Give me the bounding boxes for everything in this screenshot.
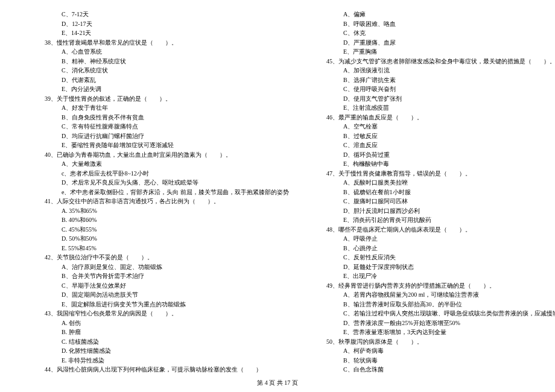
text-line: 42、关节脱位治疗中不妥的是（ ）。 bbox=[36, 253, 289, 262]
text-line: D. 50%和50% bbox=[36, 234, 289, 244]
right-column: A、偏瘫B、呼吸困难、咯血C、休克D、严重腰痛、血尿E、严重胸痛45、为减少支气… bbox=[318, 10, 555, 375]
text-line: D、循环负荷过重 bbox=[318, 150, 555, 160]
text-line: A、呼吸停止 bbox=[318, 234, 555, 244]
text-line: B、硫糖铝在餐前1小时服 bbox=[318, 188, 555, 197]
text-line: B. 40%和60% bbox=[36, 215, 289, 225]
text-line: 46、最严重的输血反应是（ ）。 bbox=[318, 113, 555, 122]
text-line: E、内分泌失调 bbox=[36, 84, 289, 94]
text-line: D、延髓处于深度抑制状态 bbox=[318, 262, 555, 272]
text-line: A、好发于青壮年 bbox=[36, 103, 289, 113]
text-line: B. 肿瘤 bbox=[36, 327, 289, 337]
text-line: D、营养液浓度一般由25%开始逐渐增至50% bbox=[318, 318, 555, 328]
text-line: 45、为减少支气管扩张患者肺部继发感染和全身中毒症状，最关键的措施是（ ）。 bbox=[318, 57, 555, 66]
text-line: D、代谢紊乱 bbox=[36, 75, 289, 85]
text-line: c、患者术后应去枕平卧8~12小时 bbox=[36, 169, 289, 179]
text-line: B、心跳停止 bbox=[318, 244, 555, 253]
text-line: B、合并关节内骨折需手术治疗 bbox=[36, 271, 289, 281]
text-line: 44、风湿性心脏病病人出现下列何种临床征象，可提示脑动脉栓塞的发生（ ） bbox=[36, 365, 289, 375]
text-line: 43、我国缩窄性心包炎最常见的病因是（ ）。 bbox=[36, 309, 289, 318]
text-line: C、溶血反应 bbox=[318, 141, 555, 150]
text-line: D、严重腰痛、血尿 bbox=[318, 38, 555, 48]
text-line: A、治疗原则是复位、固定、功能锻炼 bbox=[36, 262, 289, 272]
text-line: C. 45%和55% bbox=[36, 225, 289, 235]
text-line: D. 化脓性细菌感染 bbox=[36, 346, 289, 356]
text-line: 38、慢性肾衰竭最早和最常见的症状是（ ）。 bbox=[36, 38, 289, 48]
text-line: A、空气栓塞 bbox=[318, 122, 555, 131]
text-line: B、精神、神经系统症状 bbox=[36, 57, 289, 66]
text-line: 49、经鼻胃管进行肠内营养支持的护理措施正确的是（ ）。 bbox=[318, 281, 555, 291]
text-line: A. 创伤 bbox=[36, 318, 289, 328]
text-line: D、使用支气管扩张剂 bbox=[318, 94, 555, 104]
text-line: E、固定解除后进行病变关节为重点的功能锻炼 bbox=[36, 300, 289, 309]
text-line: 50、秋季腹泻的病原体是（ ）。 bbox=[318, 337, 555, 347]
text-line: A、柯萨奇病毒 bbox=[318, 346, 555, 356]
text-line: E、营养液量逐渐增加，3天内达到全量 bbox=[318, 327, 555, 337]
text-line: 48、哪些不是临床死亡期病人的临床表现是（ ）。 bbox=[318, 225, 555, 235]
text-line: E、枸橼酸钠中毒 bbox=[318, 159, 555, 169]
text-line: B、呼吸困难、咯血 bbox=[318, 19, 555, 29]
text-line: C. 结核菌感染 bbox=[36, 337, 289, 347]
text-line: B、过敏反应 bbox=[318, 131, 555, 141]
text-line: C、白色念珠菌 bbox=[318, 365, 555, 375]
text-line: B、选择广谱抗生素 bbox=[318, 75, 555, 85]
text-line: 47、关于慢性胃炎健康教育指导，错误的是（ ）。 bbox=[318, 169, 555, 179]
text-line: 40、已确诊为青春期功血，大量出血止血时宜采用的激素为（ ）。 bbox=[36, 150, 289, 160]
left-column: C、7-12天D、12-17天E、14-21天38、慢性肾衰竭最早和最常见的症状… bbox=[36, 10, 289, 375]
text-line: 39、关于慢性胃炎的叙述，正确的是（ ）。 bbox=[36, 94, 289, 104]
content-columns: C、7-12天D、12-17天E、14-21天38、慢性肾衰竭最早和最常见的症状… bbox=[36, 10, 519, 375]
text-line: D、胆汁反流时口服西沙必利 bbox=[318, 206, 555, 216]
text-line: D、12-17天 bbox=[36, 19, 289, 29]
text-line: 41、人际交往中的语言和非语言沟通技巧，各占比例为（ ）。 bbox=[36, 197, 289, 206]
text-line: E、出现尸冷 bbox=[318, 271, 555, 281]
text-line: B、输注营养液时应取头部抬高30。的半卧位 bbox=[318, 300, 555, 309]
text-line: E、注射流感疫苗 bbox=[318, 103, 555, 113]
text-line: C、若输注过程中病人突然出现咳嗽、呼吸急促或咳出类似营养液的痰，应减慢输注速度 bbox=[318, 309, 555, 318]
text-line: E、14-21天 bbox=[36, 28, 289, 38]
text-line: C、消化系统症状 bbox=[36, 66, 289, 75]
text-line: A、加强痰液引流 bbox=[318, 66, 555, 75]
text-line: C、常有特征性腹疼腹痛特点 bbox=[36, 122, 289, 131]
text-line: A、偏瘫 bbox=[318, 10, 555, 19]
text-line: e、术中患者采取侧卧位，背部齐床沿，头向 前屈，膝关节屈曲，双手抱紧膝部的姿势 bbox=[36, 188, 289, 197]
text-line: A、若胃内容物残留量为200 ml，可继续输注营养液 bbox=[318, 290, 555, 300]
text-line: A、大量雌激素 bbox=[36, 159, 289, 169]
text-line: A、反酸时口服奥美拉唑 bbox=[318, 178, 555, 188]
text-line: D、均应进行抗幽门螺杆菌治疗 bbox=[36, 131, 289, 141]
text-line: C、早期手法复位效果好 bbox=[36, 281, 289, 291]
text-line: E、萎缩性胃炎随年龄增加症状可逐渐减轻 bbox=[36, 141, 289, 150]
text-line: B、自身免疫性胃炎不伴有贫血 bbox=[36, 113, 289, 122]
text-line: C、腹痛时口服阿司匹林 bbox=[318, 197, 555, 206]
text-line: E. 非特异性感染 bbox=[36, 356, 289, 365]
text-line: A. 35%和65% bbox=[36, 206, 289, 216]
page-footer: 第 4 页 共 17 页 bbox=[0, 379, 555, 387]
text-line: B、轮状病毒 bbox=[318, 356, 555, 365]
text-line: A、心血管系统 bbox=[36, 47, 289, 57]
text-line: D、术后常见不良反应为头痛、恶心、呕吐或眩晕等 bbox=[36, 178, 289, 188]
text-line: E、消炎药引起的胃炎可用抗酸药 bbox=[318, 215, 555, 225]
text-line: C、休克 bbox=[318, 28, 555, 38]
text-line: D、固定期间勿活动患肢关节 bbox=[36, 290, 289, 300]
text-line: E、严重胸痛 bbox=[318, 47, 555, 57]
text-line: C、反射性反应消失 bbox=[318, 253, 555, 262]
text-line: C、使用呼吸兴奋剂 bbox=[318, 84, 555, 94]
text-line: C、7-12天 bbox=[36, 10, 289, 19]
text-line: E. 55%和45% bbox=[36, 244, 289, 253]
